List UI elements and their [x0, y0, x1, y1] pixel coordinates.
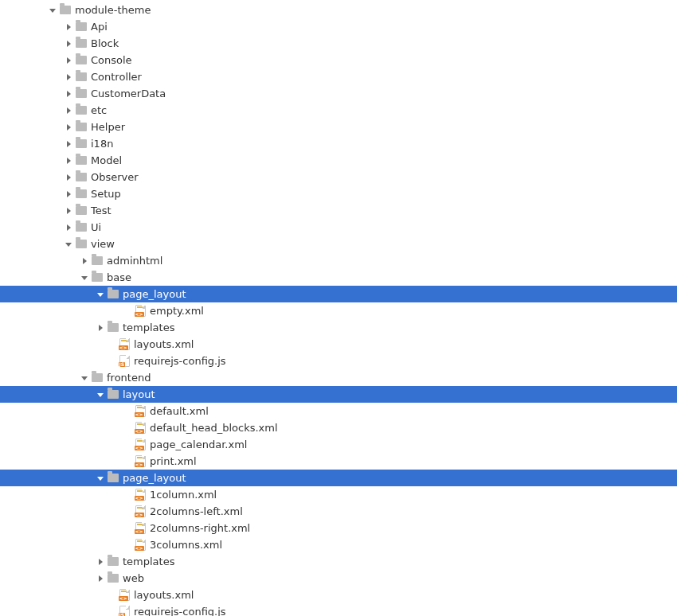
tree-row[interactable]: adminhtml	[0, 252, 677, 269]
tree-row[interactable]: etc	[0, 102, 677, 119]
tree-item-label: empty.xml	[150, 302, 204, 319]
tree-item-label: default_head_blocks.xml	[150, 419, 278, 436]
expand-arrow-icon[interactable]	[64, 223, 73, 232]
no-arrow	[107, 591, 116, 600]
tree-item-label: module-theme	[75, 2, 151, 18]
tree-item-label: Observer	[91, 169, 139, 185]
tree-row[interactable]: Block	[0, 35, 677, 52]
tree-row[interactable]: Ui	[0, 219, 677, 236]
xml-file-icon: <>	[134, 505, 147, 518]
folder-icon	[107, 322, 119, 334]
expand-arrow-icon[interactable]	[64, 156, 73, 166]
tree-row[interactable]: templates	[0, 553, 677, 570]
tree-row[interactable]: view	[0, 236, 677, 252]
no-arrow	[123, 524, 132, 533]
folder-icon	[75, 21, 88, 33]
tree-item-label: CustomerData	[91, 85, 166, 102]
tree-row[interactable]: layout	[0, 386, 677, 403]
tree-row[interactable]: JSrequirejs-config.js	[0, 353, 677, 369]
expand-arrow-icon[interactable]	[64, 72, 73, 82]
expand-arrow-icon[interactable]	[64, 106, 73, 115]
expand-arrow-icon[interactable]	[64, 89, 73, 99]
expand-arrow-icon[interactable]	[64, 139, 73, 149]
expand-arrow-icon[interactable]	[96, 557, 105, 567]
expand-arrow-icon[interactable]	[64, 56, 73, 65]
tree-row[interactable]: Helper	[0, 119, 677, 135]
tree-row[interactable]: Api	[0, 18, 677, 35]
tree-item-label: templates	[123, 319, 174, 336]
tree-row[interactable]: <>default.xml	[0, 403, 677, 419]
collapse-arrow-icon[interactable]	[64, 240, 73, 249]
no-arrow	[107, 357, 116, 366]
tree-item-label: base	[107, 269, 131, 286]
tree-row[interactable]: <>2columns-left.xml	[0, 503, 677, 520]
collapse-arrow-icon[interactable]	[96, 390, 105, 400]
expand-arrow-icon[interactable]	[64, 39, 73, 49]
expand-arrow-icon[interactable]	[96, 323, 105, 333]
tree-row[interactable]: Test	[0, 202, 677, 219]
tree-item-label: 3columns.xml	[150, 536, 222, 553]
collapse-arrow-icon[interactable]	[80, 373, 89, 383]
collapse-arrow-icon[interactable]	[96, 474, 105, 483]
tree-row[interactable]: <>layouts.xml	[0, 587, 677, 603]
folder-icon	[75, 121, 88, 134]
tree-row[interactable]: web	[0, 570, 677, 587]
expand-arrow-icon[interactable]	[64, 22, 73, 32]
no-arrow	[123, 490, 132, 500]
collapse-arrow-icon[interactable]	[48, 6, 57, 15]
xml-file-icon: <>	[134, 455, 147, 468]
tree-row[interactable]: <>page_calendar.xml	[0, 436, 677, 453]
tree-item-label: adminhtml	[107, 252, 162, 269]
tree-row[interactable]: page_layout	[0, 470, 677, 486]
no-arrow	[123, 306, 132, 316]
tree-row[interactable]: <>empty.xml	[0, 302, 677, 319]
project-tree[interactable]: module-themeApiBlockConsoleControllerCus…	[0, 2, 677, 616]
tree-row[interactable]: frontend	[0, 369, 677, 386]
expand-arrow-icon[interactable]	[80, 256, 89, 266]
tree-item-label: 1column.xml	[150, 486, 217, 503]
expand-arrow-icon[interactable]	[96, 574, 105, 583]
tree-row[interactable]: <>1column.xml	[0, 486, 677, 503]
tree-row[interactable]: base	[0, 269, 677, 286]
tree-item-label: Model	[91, 152, 122, 169]
tree-row[interactable]: Console	[0, 52, 677, 68]
tree-row[interactable]: JSrequirejs-config.js	[0, 603, 677, 616]
tree-row[interactable]: <>2columns-right.xml	[0, 520, 677, 536]
collapse-arrow-icon[interactable]	[96, 290, 105, 299]
tree-item-label: Test	[91, 202, 112, 219]
tree-item-label: page_calendar.xml	[150, 436, 247, 453]
tree-row[interactable]: <>layouts.xml	[0, 336, 677, 353]
tree-row[interactable]: <>default_head_blocks.xml	[0, 419, 677, 436]
tree-row[interactable]: <>print.xml	[0, 453, 677, 470]
tree-row[interactable]: page_layout	[0, 286, 677, 302]
collapse-arrow-icon[interactable]	[80, 273, 89, 283]
folder-icon	[91, 255, 104, 267]
tree-row[interactable]: <>3columns.xml	[0, 536, 677, 553]
tree-row[interactable]: i18n	[0, 135, 677, 152]
folder-icon	[91, 271, 104, 284]
folder-icon	[107, 388, 119, 401]
tree-row[interactable]: Controller	[0, 68, 677, 85]
tree-item-label: page_layout	[123, 470, 186, 486]
tree-row[interactable]: Observer	[0, 169, 677, 185]
no-arrow	[107, 607, 116, 617]
folder-icon	[75, 138, 88, 150]
expand-arrow-icon[interactable]	[64, 189, 73, 199]
tree-row[interactable]: module-theme	[0, 2, 677, 18]
expand-arrow-icon[interactable]	[64, 173, 73, 182]
xml-file-icon: <>	[134, 305, 147, 318]
xml-file-icon: <>	[134, 439, 147, 451]
tree-item-label: layout	[123, 386, 155, 403]
expand-arrow-icon[interactable]	[64, 206, 73, 216]
folder-icon	[75, 238, 88, 251]
no-arrow	[123, 457, 132, 466]
tree-item-label: Controller	[91, 68, 142, 85]
expand-arrow-icon[interactable]	[64, 123, 73, 132]
tree-row[interactable]: Setup	[0, 185, 677, 202]
tree-row[interactable]: Model	[0, 152, 677, 169]
tree-item-label: Ui	[91, 219, 101, 236]
xml-file-icon: <>	[118, 589, 131, 602]
tree-row[interactable]: templates	[0, 319, 677, 336]
tree-row[interactable]: CustomerData	[0, 85, 677, 102]
folder-icon	[75, 37, 88, 50]
